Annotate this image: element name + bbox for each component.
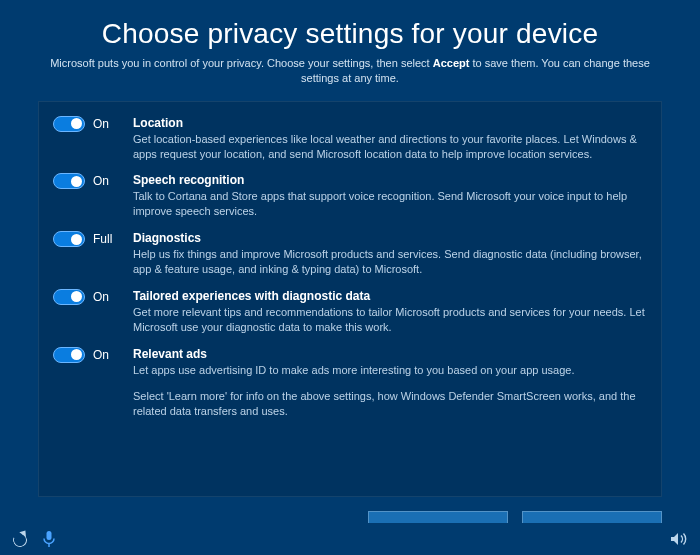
toggle-ads[interactable]	[53, 347, 85, 363]
setting-row-ads: On Relevant ads Let apps use advertising…	[53, 347, 645, 378]
svg-rect-0	[47, 531, 52, 540]
settings-panel: On Location Get location-based experienc…	[38, 101, 662, 497]
learn-more-note: Select 'Learn more' for info on the abov…	[133, 389, 645, 419]
setting-title-ads: Relevant ads	[133, 347, 645, 361]
setting-title-location: Location	[133, 116, 645, 130]
ease-of-access-icon[interactable]	[12, 530, 28, 549]
toggle-speech[interactable]	[53, 173, 85, 189]
toggle-location[interactable]	[53, 116, 85, 132]
taskbar	[0, 523, 700, 555]
toggle-state-location: On	[93, 117, 109, 131]
toggle-state-speech: On	[93, 174, 109, 188]
setting-title-speech: Speech recognition	[133, 173, 645, 187]
setting-row-diagnostics: Full Diagnostics Help us fix things and …	[53, 231, 645, 277]
setting-desc-ads: Let apps use advertising ID to make ads …	[133, 363, 645, 378]
setting-desc-speech: Talk to Cortana and Store apps that supp…	[133, 189, 645, 219]
page-title: Choose privacy settings for your device	[38, 18, 662, 50]
setting-title-diagnostics: Diagnostics	[133, 231, 645, 245]
setting-row-speech: On Speech recognition Talk to Cortana an…	[53, 173, 645, 219]
toggle-state-diagnostics: Full	[93, 232, 112, 246]
subtitle-bold: Accept	[433, 57, 470, 69]
setting-desc-location: Get location-based experiences like loca…	[133, 132, 645, 162]
toggle-state-ads: On	[93, 348, 109, 362]
subtitle-pre: Microsoft puts you in control of your pr…	[50, 57, 433, 69]
setting-row-location: On Location Get location-based experienc…	[53, 116, 645, 162]
volume-icon[interactable]	[670, 531, 688, 547]
toggle-state-tailored: On	[93, 290, 109, 304]
cortana-mic-icon[interactable]	[42, 530, 56, 548]
toggle-tailored[interactable]	[53, 289, 85, 305]
setting-desc-tailored: Get more relevant tips and recommendatio…	[133, 305, 645, 335]
toggle-diagnostics[interactable]	[53, 231, 85, 247]
page-subtitle: Microsoft puts you in control of your pr…	[38, 56, 662, 87]
setting-title-tailored: Tailored experiences with diagnostic dat…	[133, 289, 645, 303]
setting-row-tailored: On Tailored experiences with diagnostic …	[53, 289, 645, 335]
setting-desc-diagnostics: Help us fix things and improve Microsoft…	[133, 247, 645, 277]
